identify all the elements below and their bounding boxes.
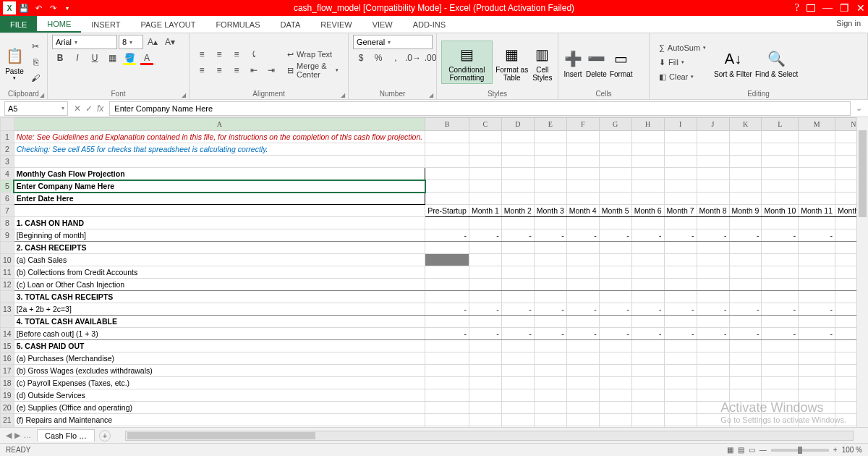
cell[interactable] [566, 340, 599, 352]
align-top-icon[interactable]: ≡ [194, 47, 210, 62]
cell[interactable] [729, 279, 762, 291]
increase-font-icon[interactable]: A▴ [145, 35, 161, 49]
delete-cells-button[interactable]: ➖Delete [586, 47, 607, 78]
row-header[interactable]: 4 [1, 168, 14, 180]
cell[interactable] [664, 377, 697, 389]
insert-cells-button[interactable]: ➕Insert [563, 47, 583, 78]
undo-icon[interactable]: ↶ [32, 1, 45, 14]
tab-data[interactable]: DATA [271, 16, 311, 33]
column-header-C[interactable]: C [469, 118, 501, 131]
cell[interactable] [469, 340, 501, 352]
cell[interactable]: (b) Gross Wages (excludes withdrawals) [14, 365, 425, 377]
tab-addins[interactable]: ADD-INS [403, 16, 456, 33]
cell[interactable] [425, 365, 469, 377]
zoom-level[interactable]: 100 % [842, 446, 862, 454]
autosum-button[interactable]: ∑AutoSum▾ [654, 41, 711, 55]
comma-icon[interactable]: , [388, 51, 404, 65]
cell[interactable] [729, 291, 762, 303]
cell[interactable] [631, 291, 664, 303]
wrap-text-button[interactable]: ↩Wrap Text [282, 47, 344, 62]
sort-filter-button[interactable]: A↓Sort & Filter [714, 47, 752, 78]
cell[interactable] [599, 180, 631, 193]
cell[interactable] [469, 193, 501, 205]
cell[interactable] [631, 279, 664, 291]
cell[interactable] [534, 340, 566, 352]
signin-link[interactable]: Sign in [836, 19, 861, 28]
cell[interactable] [566, 168, 599, 180]
cell[interactable] [799, 168, 835, 180]
cell[interactable] [697, 377, 729, 389]
cell[interactable] [631, 266, 664, 279]
column-header-A[interactable]: A [14, 118, 425, 131]
cell[interactable] [501, 266, 534, 279]
cell[interactable] [566, 365, 599, 377]
cell[interactable] [729, 242, 762, 254]
cell[interactable] [664, 180, 697, 193]
cell[interactable] [599, 316, 631, 328]
cell[interactable] [631, 402, 664, 414]
clear-button[interactable]: ◧Clear▾ [654, 69, 711, 84]
cell[interactable] [534, 131, 566, 143]
cell[interactable] [664, 217, 697, 229]
cell[interactable]: (a) Purchases (Merchandise) [14, 352, 425, 365]
row-header[interactable]: 10 [1, 254, 14, 266]
cell[interactable] [799, 389, 835, 402]
cell[interactable] [697, 352, 729, 365]
cell[interactable] [631, 352, 664, 365]
cell[interactable] [599, 365, 631, 377]
cell[interactable] [425, 266, 469, 279]
restore-icon[interactable]: ❐ [840, 2, 849, 14]
cell[interactable] [697, 156, 729, 168]
cell[interactable] [425, 389, 469, 402]
cell[interactable] [664, 291, 697, 303]
cell[interactable] [425, 156, 469, 168]
sheet-nav-prev-icon[interactable]: ◀ [6, 431, 12, 440]
decrease-font-icon[interactable]: A▾ [162, 35, 178, 49]
cell[interactable] [425, 402, 469, 414]
tab-review[interactable]: REVIEW [310, 16, 362, 33]
cell[interactable] [799, 365, 835, 377]
fx-icon[interactable]: fx [97, 104, 103, 114]
cell[interactable]: - [799, 303, 835, 316]
view-pagebreak-icon[interactable]: ▭ [749, 446, 755, 454]
cell[interactable] [14, 156, 425, 168]
row-header[interactable]: 15 [1, 340, 14, 352]
cell[interactable] [631, 180, 664, 193]
cell[interactable]: Month 11 [799, 205, 835, 217]
column-header-L[interactable]: L [762, 118, 799, 131]
cell[interactable] [599, 131, 631, 143]
cell[interactable] [534, 279, 566, 291]
clipboard-launcher-icon[interactable]: ◢ [40, 92, 44, 98]
column-header-K[interactable]: K [729, 118, 762, 131]
cell[interactable] [664, 279, 697, 291]
cell[interactable]: Month 5 [599, 205, 631, 217]
fill-button[interactable]: ⬇Fill▾ [654, 55, 711, 69]
cell[interactable] [566, 217, 599, 229]
cell[interactable] [729, 143, 762, 156]
row-header[interactable]: 11 [1, 266, 14, 279]
cell[interactable] [697, 131, 729, 143]
cell[interactable] [534, 217, 566, 229]
minimize-icon[interactable]: — [822, 2, 833, 14]
cell[interactable] [664, 266, 697, 279]
cell[interactable] [566, 156, 599, 168]
column-header-H[interactable]: H [631, 118, 664, 131]
zoom-in-icon[interactable]: + [833, 446, 838, 454]
cell[interactable]: (d) Outside Services [14, 389, 425, 402]
cell[interactable] [697, 389, 729, 402]
cell[interactable] [469, 414, 501, 426]
cell[interactable] [799, 217, 835, 229]
column-header-I[interactable]: I [664, 118, 697, 131]
column-header-J[interactable]: J [697, 118, 729, 131]
cell[interactable] [664, 254, 697, 266]
cell[interactable] [631, 340, 664, 352]
expand-formula-icon[interactable]: ⌄ [852, 104, 865, 113]
cell[interactable] [631, 242, 664, 254]
cell[interactable] [14, 205, 425, 217]
cell[interactable] [469, 180, 501, 193]
row-header[interactable]: 9 [1, 229, 14, 242]
cell[interactable] [566, 242, 599, 254]
cell[interactable] [534, 156, 566, 168]
cell[interactable]: - [697, 229, 729, 242]
cell[interactable] [729, 193, 762, 205]
